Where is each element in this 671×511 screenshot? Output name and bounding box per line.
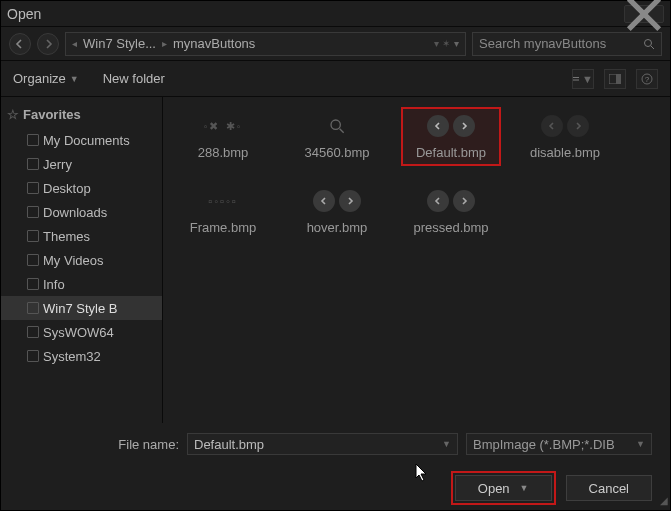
file-grid[interactable]: ◦✖ ✱◦ 288.bmp 34560.bmp Default.bmp — [163, 97, 670, 423]
sidebar-item-system32[interactable]: System32 — [1, 344, 162, 368]
breadcrumb-item-1[interactable]: mynavButtons — [171, 36, 257, 51]
file-name: 34560.bmp — [304, 145, 369, 160]
file-thumb — [311, 113, 363, 139]
file-item[interactable]: ◦✖ ✱◦ 288.bmp — [173, 107, 273, 166]
chevron-down-icon: ▼ — [636, 439, 645, 449]
arrow-right-icon — [43, 39, 53, 49]
cancel-button[interactable]: Cancel — [566, 475, 652, 501]
sidebar-item-videos[interactable]: My Videos — [1, 248, 162, 272]
toolbar: Organize▼ New folder ▼ ? — [1, 61, 670, 97]
chevron-down-icon[interactable]: ▾ — [454, 38, 459, 49]
close-icon — [625, 0, 663, 33]
filetype-select[interactable]: BmpImage (*.BMP;*.DIB ▼ — [466, 433, 652, 455]
chevron-down-icon: ▼ — [70, 74, 79, 84]
filename-label: File name: — [19, 437, 179, 452]
window-title: Open — [7, 6, 624, 22]
file-item[interactable]: 34560.bmp — [287, 107, 387, 166]
sidebar-item-jerry[interactable]: Jerry — [1, 152, 162, 176]
chevron-down-icon: ▼ — [520, 483, 529, 493]
chevron-right-icon: ▸ — [162, 38, 167, 49]
chevron-down-icon[interactable]: ▼ — [442, 439, 451, 449]
sidebar-item-win7style[interactable]: Win7 Style B — [1, 296, 162, 320]
svg-point-7 — [331, 120, 340, 129]
file-name: Frame.bmp — [190, 220, 256, 235]
sidebar-item-themes[interactable]: Themes — [1, 224, 162, 248]
resize-grip[interactable]: ◢ — [660, 495, 666, 506]
favorites-header[interactable]: Favorites — [1, 103, 162, 128]
sidebar-item-desktop[interactable]: Desktop — [1, 176, 162, 200]
help-icon: ? — [641, 73, 653, 85]
svg-rect-1 — [573, 76, 579, 77]
arrow-left-icon — [15, 39, 25, 49]
titlebar[interactable]: Open — [1, 1, 670, 27]
svg-point-0 — [645, 39, 652, 46]
search-icon — [643, 38, 655, 50]
open-dialog: Open ◂ Win7 Style... ▸ mynavButtons ▾ ✶ … — [0, 0, 671, 511]
file-name: 288.bmp — [198, 145, 249, 160]
file-item[interactable]: disable.bmp — [515, 107, 615, 166]
new-folder-button[interactable]: New folder — [103, 71, 165, 86]
sidebar-item-documents[interactable]: My Documents — [1, 128, 162, 152]
search-icon — [329, 118, 345, 134]
svg-rect-4 — [616, 74, 621, 84]
file-thumb: ◦✖ ✱◦ — [197, 113, 249, 139]
preview-pane-button[interactable] — [604, 69, 626, 89]
svg-text:?: ? — [645, 75, 650, 84]
view-mode-button[interactable]: ▼ — [572, 69, 594, 89]
file-thumb — [425, 188, 477, 214]
breadcrumb-item-0[interactable]: Win7 Style... — [81, 36, 158, 51]
sidebar-item-downloads[interactable]: Downloads — [1, 200, 162, 224]
breadcrumb[interactable]: ◂ Win7 Style... ▸ mynavButtons ▾ ✶ ▾ — [65, 32, 466, 56]
file-thumb — [311, 188, 363, 214]
file-thumb — [425, 113, 477, 139]
file-item-selected[interactable]: Default.bmp — [401, 107, 501, 166]
chevron-left-icon: ◂ — [72, 38, 77, 49]
sidebar-item-info[interactable]: Info — [1, 272, 162, 296]
nav-row: ◂ Win7 Style... ▸ mynavButtons ▾ ✶ ▾ Sea… — [1, 27, 670, 61]
file-name: hover.bmp — [307, 220, 368, 235]
refresh-icon[interactable]: ▾ ✶ — [434, 38, 450, 49]
filename-input[interactable]: Default.bmp ▼ — [187, 433, 458, 455]
sidebar-item-syswow64[interactable]: SysWOW64 — [1, 320, 162, 344]
file-name: Default.bmp — [416, 145, 486, 160]
sidebar: Favorites My Documents Jerry Desktop Dow… — [1, 97, 163, 423]
chevron-down-icon: ▼ — [582, 73, 593, 85]
file-name: pressed.bmp — [413, 220, 488, 235]
file-thumb — [539, 113, 591, 139]
file-item[interactable]: hover.bmp — [287, 182, 387, 241]
file-item[interactable]: ▫◦▫◦▫ Frame.bmp — [173, 182, 273, 241]
search-placeholder: Search mynavButtons — [479, 36, 643, 51]
file-thumb: ▫◦▫◦▫ — [197, 188, 249, 214]
nav-back-button[interactable] — [9, 33, 31, 55]
file-item[interactable]: pressed.bmp — [401, 182, 501, 241]
help-button[interactable]: ? — [636, 69, 658, 89]
organize-menu[interactable]: Organize▼ — [13, 71, 79, 86]
view-icon — [573, 74, 579, 84]
svg-rect-2 — [573, 79, 579, 80]
nav-forward-button[interactable] — [37, 33, 59, 55]
file-name: disable.bmp — [530, 145, 600, 160]
search-input[interactable]: Search mynavButtons — [472, 32, 662, 56]
close-button[interactable] — [624, 5, 664, 23]
dialog-body: Favorites My Documents Jerry Desktop Dow… — [1, 97, 670, 423]
bottom-panel: File name: Default.bmp ▼ BmpImage (*.BMP… — [1, 423, 670, 511]
pane-icon — [609, 74, 621, 84]
open-button[interactable]: Open ▼ — [455, 475, 552, 501]
